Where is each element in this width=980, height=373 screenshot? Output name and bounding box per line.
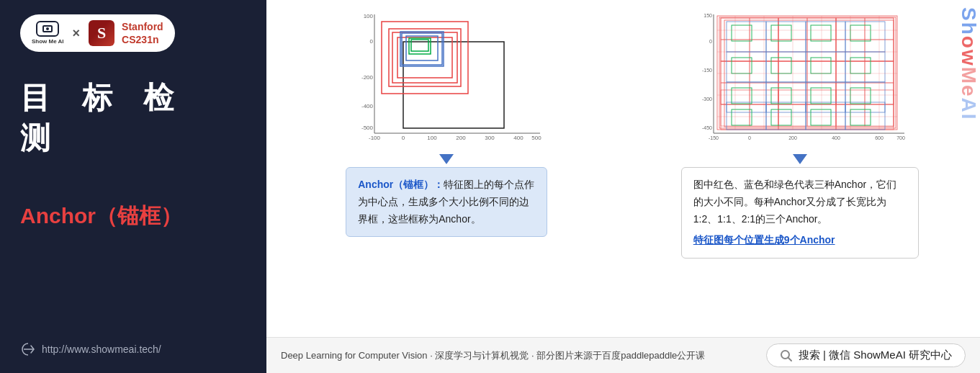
showmeai-label: Show Me Al — [32, 38, 64, 45]
svg-rect-39 — [719, 17, 896, 128]
website-url: http://www.showmeai.tech/ — [42, 343, 161, 355]
svg-text:-300: -300 — [702, 96, 712, 102]
arrow-down-right — [793, 154, 807, 164]
caption-label: Anchor（锚框）： — [358, 179, 444, 190]
svg-text:100: 100 — [428, 135, 438, 141]
svg-text:0: 0 — [709, 39, 712, 44]
svg-text:600: 600 — [875, 135, 884, 140]
right-chart: 150 0 -150 -300 -450 -150 0 200 400 600 … — [685, 7, 915, 151]
search-icon — [780, 349, 793, 362]
svg-rect-81 — [806, 22, 845, 52]
svg-rect-99 — [732, 58, 752, 73]
svg-text:200: 200 — [788, 135, 797, 140]
svg-rect-108 — [771, 109, 791, 125]
right-caption-box: 图中红色、蓝色和绿色代表三种Anchor，它们的大小不同。每种Anchor又分成… — [681, 167, 919, 259]
svg-rect-83 — [727, 52, 766, 82]
svg-rect-97 — [811, 25, 831, 41]
showmeai-logo: Show Me Al — [32, 21, 64, 45]
svg-rect-86 — [845, 52, 885, 82]
svg-text:-450: -450 — [702, 125, 712, 130]
svg-rect-90 — [845, 82, 885, 112]
main-content: ShowMeAI 100 0 -200 -400 -500 -100 0 100… — [266, 0, 980, 373]
svg-rect-87 — [727, 82, 766, 112]
search-bar[interactable]: 搜索 | 微信 ShowMeAI 研究中心 — [766, 343, 966, 367]
footer-text: Deep Learning for Computer Vision · 深度学习… — [281, 349, 705, 362]
svg-rect-100 — [771, 58, 791, 73]
showmeai-icon — [36, 21, 59, 37]
svg-text:-150: -150 — [709, 135, 719, 140]
stanford-line2: CS231n — [122, 33, 163, 46]
svg-rect-85 — [806, 52, 845, 82]
anchor-title: Anchor（锚框） — [20, 202, 246, 231]
svg-text:150: 150 — [703, 13, 712, 18]
svg-rect-101 — [811, 58, 831, 73]
svg-text:300: 300 — [485, 135, 495, 141]
svg-text:200: 200 — [457, 135, 467, 141]
svg-rect-14 — [403, 42, 504, 128]
arrow-down-left — [439, 154, 454, 164]
svg-rect-21 — [400, 32, 444, 66]
anchor-link[interactable]: 特征图每个位置生成9个Anchor — [693, 234, 835, 246]
diagram-left: 100 0 -200 -400 -500 -100 0 100 200 300 … — [281, 7, 613, 237]
logo-bar: Show Me Al × S Stanford CS231n — [20, 14, 175, 52]
svg-text:500: 500 — [532, 135, 542, 141]
right-caption-text: 图中红色、蓝色和绿色代表三种Anchor，它们的大小不同。每种Anchor又分成… — [693, 179, 896, 225]
svg-text:400: 400 — [514, 135, 524, 141]
svg-text:0: 0 — [402, 135, 405, 141]
svg-rect-80 — [766, 22, 806, 52]
svg-text:0: 0 — [370, 38, 374, 45]
sidebar: Show Me Al × S Stanford CS231n 目 标 检 测 A… — [0, 0, 266, 373]
left-caption-box: Anchor（锚框）：特征图上的每个点作为中心点，生成多个大小比例不同的边界框，… — [346, 167, 547, 237]
svg-text:-500: -500 — [361, 125, 374, 131]
svg-text:400: 400 — [832, 135, 840, 140]
svg-rect-107 — [732, 109, 752, 125]
svg-rect-79 — [727, 22, 766, 52]
svg-text:700: 700 — [896, 135, 905, 140]
svg-rect-98 — [850, 25, 871, 41]
svg-text:-150: -150 — [702, 68, 712, 73]
svg-rect-110 — [850, 109, 871, 125]
svg-text:-200: -200 — [361, 74, 374, 81]
svg-rect-82 — [845, 22, 885, 52]
footer: Deep Learning for Computer Vision · 深度学习… — [266, 337, 980, 373]
diagrams-row: 100 0 -200 -400 -500 -100 0 100 200 300 … — [266, 0, 980, 337]
left-chart: 100 0 -200 -400 -500 -100 0 100 200 300 … — [346, 7, 547, 151]
svg-text:-100: -100 — [369, 135, 381, 141]
svg-text:100: 100 — [364, 13, 374, 19]
svg-rect-84 — [766, 52, 806, 82]
svg-text:-400: -400 — [361, 103, 374, 109]
stanford-text: Stanford CS231n — [122, 20, 163, 46]
page-title: 目 标 检 测 — [20, 78, 246, 158]
svg-rect-88 — [766, 82, 806, 112]
search-text: 搜索 | 微信 ShowMeAI 研究中心 — [799, 349, 952, 362]
svg-text:0: 0 — [748, 135, 751, 140]
svg-rect-96 — [771, 25, 791, 41]
svg-rect-89 — [806, 82, 845, 112]
svg-rect-109 — [811, 109, 831, 125]
svg-line-123 — [788, 357, 791, 361]
svg-rect-102 — [850, 58, 871, 73]
bottom-link[interactable]: http://www.showmeai.tech/ — [20, 341, 161, 357]
diagram-right: 150 0 -150 -300 -450 -150 0 200 400 600 … — [634, 7, 966, 259]
x-separator: × — [73, 26, 81, 41]
link-icon — [20, 341, 36, 357]
svg-rect-95 — [732, 25, 752, 41]
stanford-s-icon: S — [89, 20, 114, 46]
stanford-line1: Stanford — [122, 20, 163, 33]
stanford-logo: S Stanford CS231n — [89, 20, 163, 46]
